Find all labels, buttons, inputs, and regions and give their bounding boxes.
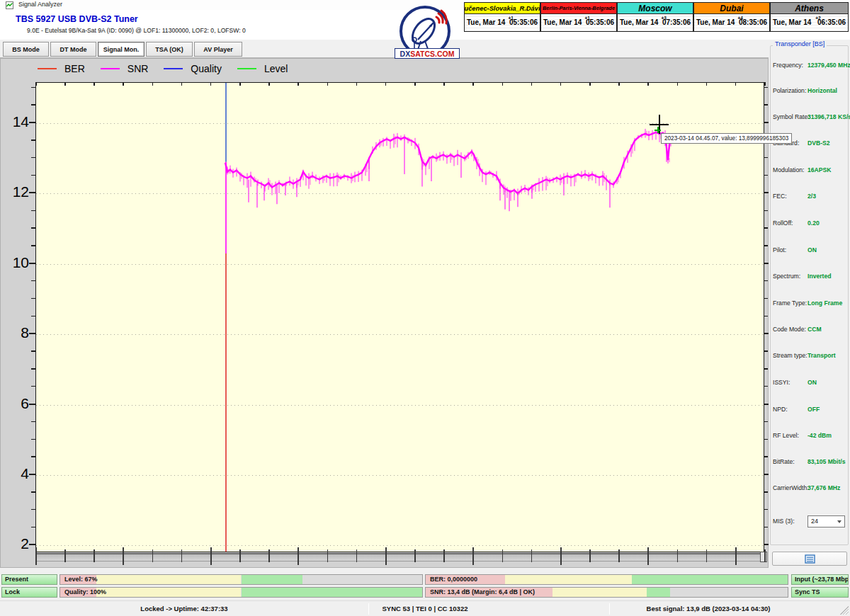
y-major-tick-4 [29,474,35,475]
y-minor-tick-right [764,210,768,211]
x-top-tick [327,82,329,86]
transponder-panel: Transponder [BS] Frequency:12379,450 MHz… [769,40,850,572]
transponder-label-fec: FEC: [773,193,787,200]
chevron-down-icon [837,520,842,523]
status-bar: Locked -> Uptime: 42:37:33 SYNC 53 | TEI… [0,600,850,616]
status-box-input-23-78-mbps: Input (~23,78 Mbps) [791,574,849,585]
tuner-subtitle: 9.0E - Eutelsat 9B/Ka-Sat 9A (ID: 0090) … [27,27,246,34]
x-bottom-tick [502,549,504,562]
clock-time-row: Tue, Mar 14+105:35:06 [541,14,616,31]
mis-value: 24 [811,518,818,525]
signal-analyzer-window: Signal Analyzer TBS 5927 USB DVB-S2 Tune… [0,0,850,616]
clock-city-label: Dubai [694,3,769,14]
clock-date: Tue, Mar 14 [620,18,658,26]
gridline-y8 [36,334,765,335]
status-box-present: Present [1,574,57,585]
tab-av-player[interactable]: AV Player [194,42,242,57]
x-top-tick [618,82,620,86]
status-box-sync-ts: Sync TS [791,587,849,598]
legend-line-quality [164,68,183,69]
tab-tsa-ok[interactable]: TSA (OK) [146,42,193,57]
transponder-value-npd: OFF [808,406,820,413]
x-top-tick [64,82,66,86]
y-minor-tick-right [764,491,768,492]
plot-area[interactable] [35,82,764,552]
y-minor-tick-right [764,87,768,88]
x-bottom-tick-major [298,547,299,565]
mis-label: MIS (3): [773,518,795,525]
transponder-label-rf-level: RF Level: [773,432,799,439]
transponder-value-spectrum: Inverted [808,273,831,280]
legend-label: BER [64,63,85,74]
y-minor-tick [31,316,35,316]
x-top-tick [677,82,679,86]
transponder-label-frequency: Frequency: [773,62,803,69]
y-minor-tick-right [764,245,768,246]
bar-segment [96,575,241,584]
progress-bar-level: Level: 67% [60,574,423,585]
x-top-tick [210,82,212,86]
bar-label: SNR: 13,4 dB (Margin: 6,4 dB | OK) [430,588,535,597]
bar-segment [96,588,241,597]
status-box-lock: Lock [1,587,57,598]
legend-item-ber: BER [38,63,85,74]
y-axis-label-2: 2 [5,535,29,552]
y-minor-tick [31,280,35,281]
transponder-label-spectrum: Spectrum: [773,273,800,280]
gridline-y10 [36,264,765,265]
stream-list-button[interactable] [772,552,847,566]
clock-time: 06:35:06 [817,18,846,26]
x-bottom-tick [618,549,620,562]
x-top-tick [123,82,124,86]
x-bottom-tick [443,549,445,562]
bar-segment [302,575,422,584]
y-axis-label-8: 8 [5,324,29,341]
clock-date: Tue, Mar 14 [773,18,811,26]
y-axis-label-12: 12 [5,183,29,200]
x-top-tick [706,82,708,86]
window-title: Signal Analyzer [18,1,62,8]
transponder-label-rolloff: RollOff: [773,219,793,227]
x-top-tick [181,82,183,86]
x-bottom-tick-major [210,547,212,565]
y-minor-tick [31,139,35,140]
y-minor-tick-right [764,298,768,299]
gridline-y2 [36,545,765,546]
transponder-label-symbol-rate: Symbol Rate: [773,113,810,120]
x-bottom-tick-major [472,547,474,565]
mis-dropdown[interactable]: 24 [808,515,845,527]
x-bottom-tick [94,549,95,562]
clock-time: 07:35:06 [662,18,691,26]
x-bottom-tick [706,549,708,562]
resize-grip[interactable] [840,606,849,615]
x-bottom-tick-major [647,547,649,565]
tab-dt-mode[interactable]: DT Mode [50,42,96,57]
x-bottom-tick [677,549,679,562]
transponder-value-standard: DVB-S2 [808,139,830,147]
transponder-value-symbol-rate: 31396,718 KS/s [808,113,850,120]
x-top-tick [647,82,649,86]
transponder-value-bitrate: 83,105 Mbit/s [808,458,846,465]
transponder-label-pilot: Pilot: [773,246,786,253]
legend-line-snr [101,68,120,69]
signal-monitor-chart: BERSNRQualityLevel 2468101214 [0,58,769,568]
x-top-tick [589,82,591,86]
y-minor-tick [31,227,35,228]
bar-label: Quality: 100% [64,588,106,597]
logo-text: DXSATCS.COM [395,48,460,59]
data-point-marker-h [654,130,661,131]
transponder-label-code-mode: Code Mode: [773,326,806,333]
transponder-label-npd: NPD: [773,406,788,413]
transponder-value-rolloff: 0.20 [808,219,820,227]
x-bottom-tick-major [123,547,124,565]
tab-bs-mode[interactable]: BS Mode [3,42,49,57]
clock-time: 05:35:06 [586,18,614,26]
y-major-tick-10 [29,263,35,264]
x-top-tick [152,82,154,86]
tab-signal-mon[interactable]: Signal Mon. [98,42,144,57]
bar-segment [242,588,423,597]
x-bottom-tick-major [35,547,37,565]
x-bottom-tick [414,549,416,562]
transponder-value-fec: 2/3 [808,193,816,200]
x-bottom-tick [327,549,329,562]
